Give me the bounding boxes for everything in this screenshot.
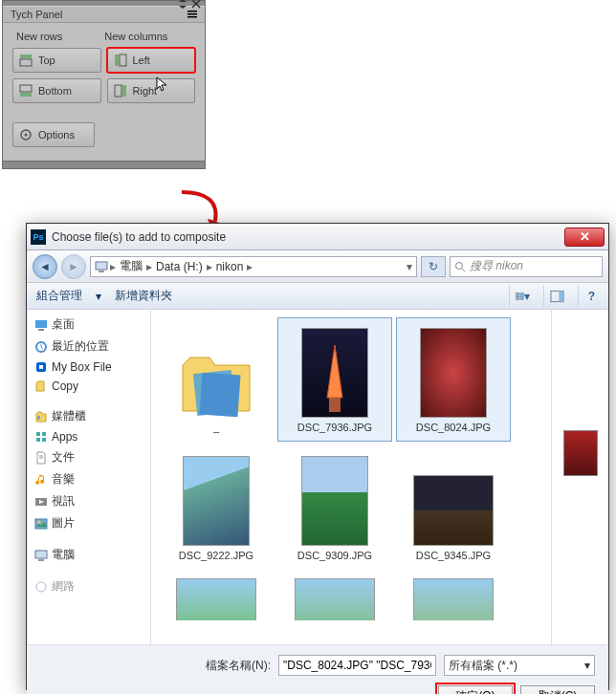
svg-rect-9	[122, 85, 126, 97]
sidebar-item-network[interactable]: 網路	[29, 575, 148, 597]
row-top-icon	[19, 54, 33, 67]
svg-rect-42	[329, 398, 341, 412]
view-mode-icon[interactable]: ▾	[509, 286, 530, 307]
left-button[interactable]: Left	[107, 48, 196, 73]
sidebar-item-video[interactable]: 視訊	[29, 490, 148, 512]
search-placeholder: 搜尋 nikon	[470, 258, 523, 274]
thumbnail	[183, 456, 250, 546]
panel-title-bar: Tych Panel	[3, 6, 205, 23]
svg-rect-5	[115, 54, 119, 66]
sidebar-item-docs[interactable]: 文件	[29, 446, 148, 468]
top-button[interactable]: Top	[12, 48, 101, 73]
file-tile[interactable]: DSC_9222.JPG	[159, 445, 274, 570]
file-label: DSC_7936.JPG	[297, 422, 372, 433]
file-tile[interactable]: DSC_9309.JPG	[277, 445, 392, 570]
tych-panel: Tych Panel New rows New columns Top Left…	[2, 0, 206, 169]
sidebar-item-copy[interactable]: Copy	[29, 377, 148, 396]
svg-rect-2	[187, 16, 197, 18]
bottom-button[interactable]: Bottom	[12, 78, 101, 103]
svg-rect-0	[187, 11, 197, 12]
gear-icon	[19, 128, 33, 141]
filter-dropdown[interactable]: 所有檔案 (*.*)▾	[444, 655, 595, 676]
panel-headers: New rows New columns	[12, 31, 195, 42]
right-button[interactable]: Right	[107, 78, 196, 103]
col-left-icon	[114, 54, 127, 67]
crumb-drive[interactable]: Data (H:)	[154, 260, 205, 273]
sidebar-item-computer[interactable]: 電腦	[29, 544, 148, 566]
filter-label: 所有檔案 (*.*)	[449, 658, 517, 674]
file-tile[interactable]: DSC_7936.JPG	[277, 317, 392, 442]
file-tile[interactable]	[396, 574, 511, 621]
ok-button[interactable]: 確定(O)	[438, 685, 513, 694]
computer-icon	[95, 260, 108, 273]
crumb-pc[interactable]: 電腦	[118, 258, 144, 274]
sidebar-label: My Box File	[52, 360, 112, 374]
sidebar-item-pics[interactable]: 圖片	[29, 512, 148, 534]
file-area[interactable]: _ DSC_7936.JPG DSC_8024.JPG DSC_9222.JPG…	[151, 310, 551, 644]
file-tile[interactable]	[277, 574, 392, 621]
sidebar-item-recent[interactable]: 最近的位置	[29, 336, 148, 358]
sidebar-item-music[interactable]: 音樂	[29, 468, 148, 490]
button-grid: Top Left Bottom Right	[12, 48, 195, 103]
file-tile[interactable]	[159, 574, 274, 621]
dialog-titlebar: Ps Choose file(s) to add to composite ✕	[27, 224, 608, 250]
sidebar-item-mybox[interactable]: My Box File	[29, 358, 148, 377]
file-label: DSC_9345.JPG	[416, 550, 491, 561]
address-bar[interactable]: ▸ 電腦 ▸ Data (H:) ▸ nikon ▸ ▾	[90, 256, 417, 277]
back-button[interactable]: ◄	[33, 254, 57, 279]
filename-input[interactable]	[278, 655, 436, 676]
file-tile[interactable]: DSC_8024.JPG	[396, 317, 511, 442]
sidebar-label: 圖片	[52, 515, 75, 531]
thumbnail	[301, 328, 368, 418]
thumbnail	[176, 578, 256, 621]
file-label: DSC_9222.JPG	[179, 550, 253, 561]
photoshop-icon: Ps	[31, 229, 46, 245]
preview-pane-icon[interactable]	[543, 286, 564, 307]
svg-point-39	[36, 582, 46, 592]
bottom-label: Bottom	[38, 85, 72, 97]
chevron-down-icon: ▾	[584, 659, 590, 672]
forward-button[interactable]: ►	[61, 254, 86, 279]
close-button[interactable]: ✕	[564, 228, 605, 247]
file-tile[interactable]: DSC_9345.JPG	[396, 445, 511, 570]
refresh-button[interactable]: ↻	[421, 256, 446, 277]
sidebar-item-desktop[interactable]: 桌面	[29, 314, 148, 336]
file-label: _	[213, 422, 219, 433]
options-button[interactable]: Options	[12, 122, 95, 147]
svg-rect-29	[42, 432, 46, 436]
sidebar-item-media[interactable]: 媒體櫃	[29, 405, 148, 427]
crumb-folder[interactable]: nikon	[214, 260, 246, 273]
folder-tile[interactable]: _	[159, 317, 274, 442]
preview-thumbnail	[563, 430, 598, 476]
options-label: Options	[38, 129, 75, 141]
cols-header: New columns	[104, 31, 167, 42]
svg-rect-18	[520, 293, 523, 295]
sidebar-label: 網路	[52, 578, 75, 595]
panel-title-text: Tych Panel	[11, 9, 62, 20]
svg-rect-17	[517, 293, 519, 295]
newfolder-button[interactable]: 新增資料夾	[115, 288, 172, 304]
close-panel-icon[interactable]	[191, 0, 201, 9]
svg-rect-6	[120, 54, 126, 66]
chevron-icon: ▸	[110, 260, 116, 273]
filename-label: 檔案名稱(N):	[206, 658, 271, 674]
panel-menu-icon[interactable]	[187, 10, 197, 19]
left-label: Left	[133, 54, 150, 66]
dialog-content: 桌面 最近的位置 My Box File Copy 媒體櫃 Apps 文件 音樂…	[27, 310, 608, 644]
organize-menu[interactable]: 組合管理	[36, 288, 82, 304]
svg-rect-10	[115, 85, 121, 97]
svg-rect-41	[200, 373, 241, 418]
sidebar-item-apps[interactable]: Apps	[29, 427, 148, 446]
cancel-button[interactable]: 取消(C)	[520, 685, 595, 694]
thumbnail	[301, 456, 368, 546]
collapse-icon[interactable]	[178, 0, 187, 9]
help-icon[interactable]: ?	[578, 286, 599, 307]
sidebar-label: Copy	[52, 380, 78, 393]
svg-rect-23	[35, 320, 47, 328]
sidebar: 桌面 最近的位置 My Box File Copy 媒體櫃 Apps 文件 音樂…	[27, 310, 151, 644]
cursor-icon	[155, 76, 170, 92]
search-input[interactable]: 搜尋 nikon	[450, 256, 603, 277]
svg-rect-4	[20, 59, 32, 66]
dropdown-icon[interactable]: ▾	[407, 260, 412, 273]
dropdown-icon: ▾	[96, 290, 101, 303]
